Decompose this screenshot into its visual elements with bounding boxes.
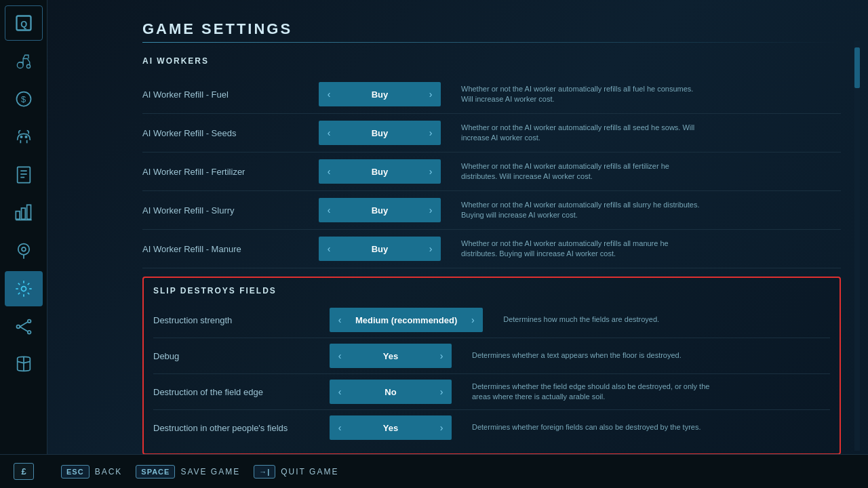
slip-destroys-fields-section: SLIP DESTROYS FIELDS Destruction strengt…	[142, 277, 841, 454]
table-row: Destruction of the field edge ‹ No › Det…	[153, 374, 830, 410]
table-row: AI Worker Refill - Seeds ‹ Buy › Whether…	[142, 114, 841, 152]
svg-point-7	[25, 136, 26, 138]
scrollbar-thumb[interactable]	[854, 47, 860, 88]
prev-button[interactable]: ‹	[330, 308, 350, 332]
scrollbar-track[interactable]	[854, 41, 860, 451]
setting-label: Destruction in other people's fields	[153, 423, 330, 433]
setting-value: Buy	[339, 237, 420, 261]
setting-control: ‹ Buy ›	[319, 237, 441, 261]
prev-button[interactable]: ‹	[319, 121, 339, 145]
save-game-label: SAVE GAME	[180, 467, 240, 476]
table-row: Destruction strength ‹ Medium (recommend…	[153, 302, 830, 338]
quit-game-button[interactable]: →| QUIT GAME	[254, 465, 338, 479]
setting-description: Whether or not the AI worker automatical…	[461, 123, 705, 144]
svg-text:$: $	[20, 94, 25, 104]
ai-workers-section-title: AI WORKERS	[142, 56, 841, 66]
setting-description: Determines whether the field edge should…	[472, 382, 716, 403]
table-row: Destruction in other people's fields ‹ Y…	[153, 410, 830, 445]
prev-button[interactable]: ‹	[330, 415, 350, 440]
sidebar-item-contracts[interactable]	[5, 157, 43, 192]
setting-description: Determines whether a text appears when t…	[472, 350, 682, 361]
setting-value: Buy	[339, 198, 420, 222]
ai-workers-section: AI WORKERS AI Worker Refill - Fuel ‹ Buy…	[142, 56, 841, 268]
setting-description: Whether or not the AI worker automatical…	[461, 200, 705, 221]
svg-point-6	[20, 136, 22, 138]
setting-control: ‹ Yes ›	[330, 415, 452, 440]
sidebar-item-tractor[interactable]	[5, 43, 43, 79]
space-key: SPACE	[136, 465, 175, 479]
svg-point-3	[26, 64, 30, 68]
prev-button[interactable]: ‹	[319, 237, 339, 261]
save-game-button[interactable]: SPACE SAVE GAME	[136, 465, 240, 479]
sidebar-item-animals[interactable]	[5, 119, 43, 155]
setting-label: AI Worker Refill - Seeds	[142, 128, 319, 138]
main-content: GAME SETTINGS AI WORKERS AI Worker Refil…	[47, 0, 868, 454]
next-button[interactable]: ›	[462, 308, 483, 332]
setting-control: ‹ Buy ›	[319, 82, 441, 106]
pound-key-button[interactable]: £	[14, 463, 33, 480]
slip-destroys-fields-title: SLIP DESTROYS FIELDS	[153, 286, 830, 296]
setting-label: AI Worker Refill - Slurry	[142, 205, 319, 216]
svg-point-12	[18, 244, 28, 255]
setting-description: Determines how much the fields are destr…	[503, 314, 659, 325]
setting-value: Yes	[350, 344, 431, 368]
sidebar-item-guide[interactable]	[5, 347, 43, 382]
table-row: AI Worker Refill - Fertilizer ‹ Buy › Wh…	[142, 152, 841, 191]
setting-value: No	[350, 380, 431, 404]
quit-key: →|	[254, 465, 275, 479]
next-button[interactable]: ›	[420, 121, 441, 145]
setting-control: ‹ Medium (recommended) ›	[330, 308, 483, 332]
table-row: AI Worker Refill - Slurry ‹ Buy › Whethe…	[142, 191, 841, 230]
setting-control: ‹ No ›	[330, 380, 452, 404]
setting-description: Whether or not the AI worker automatical…	[461, 161, 705, 182]
setting-value: Yes	[350, 415, 431, 440]
setting-label: AI Worker Refill - Fuel	[142, 89, 319, 100]
svg-point-17	[27, 331, 31, 334]
prev-button[interactable]: ‹	[330, 344, 350, 368]
next-button[interactable]: ›	[431, 380, 452, 404]
setting-label: AI Worker Refill - Manure	[142, 244, 319, 254]
bottom-bar: ESC BACK SPACE SAVE GAME →| QUIT GAME	[47, 454, 868, 488]
title-divider	[142, 42, 841, 43]
setting-value: Buy	[339, 159, 420, 184]
svg-point-2	[17, 62, 23, 68]
svg-point-16	[27, 320, 31, 323]
page-title: GAME SETTINGS	[142, 20, 841, 38]
sidebar: Q $	[0, 0, 47, 488]
next-button[interactable]: ›	[431, 344, 452, 368]
setting-description: Determines whether foreign fields can al…	[472, 422, 701, 432]
back-button[interactable]: ESC BACK	[61, 465, 122, 479]
setting-value: Buy	[339, 82, 420, 106]
quit-game-label: QUIT GAME	[281, 467, 338, 476]
setting-control: ‹ Yes ›	[330, 344, 452, 368]
prev-button[interactable]: ‹	[319, 82, 339, 106]
next-button[interactable]: ›	[431, 415, 452, 440]
sidebar-item-settings[interactable]	[5, 271, 43, 306]
sidebar-item-map[interactable]	[5, 233, 43, 268]
next-button[interactable]: ›	[420, 82, 441, 106]
sidebar-item-q[interactable]: Q	[5, 5, 43, 41]
next-button[interactable]: ›	[420, 237, 441, 261]
table-row: AI Worker Refill - Fuel ‹ Buy › Whether …	[142, 75, 841, 114]
sidebar-item-network[interactable]	[5, 309, 43, 344]
prev-button[interactable]: ‹	[319, 198, 339, 222]
svg-text:Q: Q	[20, 19, 27, 29]
setting-description: Whether or not the AI worker automatical…	[461, 239, 705, 260]
setting-value: Medium (recommended)	[350, 308, 462, 332]
next-button[interactable]: ›	[420, 198, 441, 222]
svg-point-13	[22, 247, 26, 251]
setting-control: ‹ Buy ›	[319, 159, 441, 184]
table-row: Debug ‹ Yes › Determines whether a text …	[153, 338, 830, 374]
setting-control: ‹ Buy ›	[319, 198, 441, 222]
next-button[interactable]: ›	[420, 159, 441, 184]
sidebar-item-production[interactable]	[5, 195, 43, 230]
table-row: AI Worker Refill - Manure ‹ Buy › Whethe…	[142, 230, 841, 268]
prev-button[interactable]: ‹	[319, 159, 339, 184]
svg-point-15	[16, 325, 20, 329]
sidebar-item-economy[interactable]: $	[5, 81, 43, 117]
setting-control: ‹ Buy ›	[319, 121, 441, 145]
svg-point-14	[21, 287, 26, 291]
setting-label: Debug	[153, 351, 330, 361]
prev-button[interactable]: ‹	[330, 380, 350, 404]
setting-description: Whether or not the AI worker automatical…	[461, 84, 705, 105]
